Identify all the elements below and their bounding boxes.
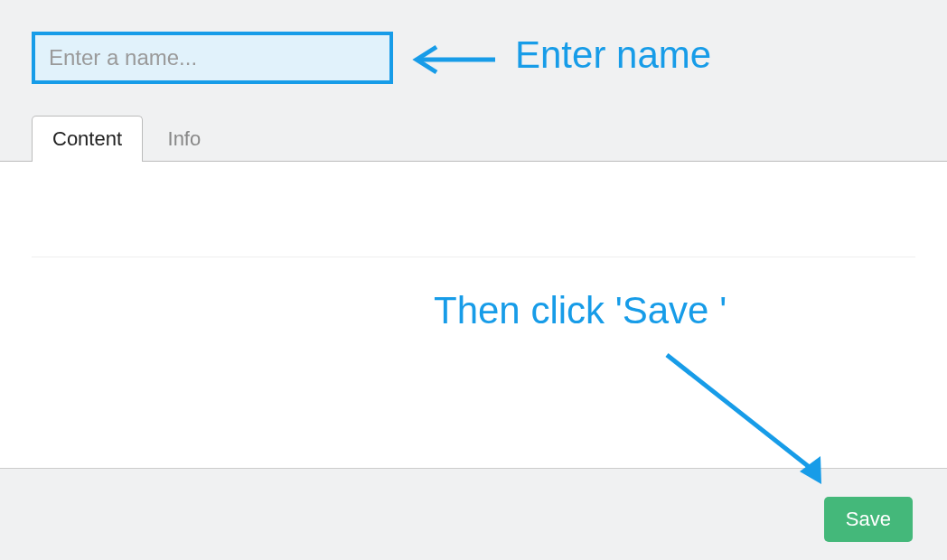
tab-content[interactable]: Content bbox=[32, 116, 143, 162]
annotation-enter-name: Enter name bbox=[515, 33, 711, 77]
tab-info[interactable]: Info bbox=[147, 116, 222, 162]
arrow-left-icon bbox=[409, 43, 500, 79]
save-button[interactable]: Save bbox=[824, 497, 913, 542]
content-divider bbox=[32, 257, 915, 257]
svg-line-1 bbox=[667, 355, 816, 472]
arrow-down-right-icon bbox=[658, 348, 848, 497]
tabs: Content Info bbox=[0, 116, 947, 162]
annotation-then-click-save: Then click 'Save ' bbox=[434, 289, 727, 332]
name-input[interactable] bbox=[32, 32, 393, 84]
